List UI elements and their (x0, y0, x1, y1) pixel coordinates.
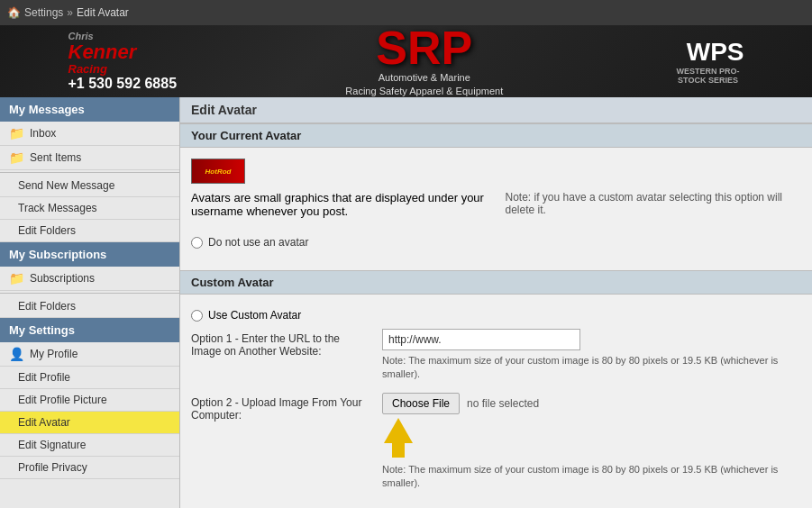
my-profile-label: My Profile (30, 348, 78, 360)
choose-file-button[interactable]: Choose File (382, 393, 460, 414)
custom-avatar-body: Use Custom Avatar Option 1 - Enter the U… (180, 295, 812, 508)
sidebar-item-my-profile[interactable]: 👤 My Profile (0, 342, 179, 367)
sidebar-header-settings: My Settings (0, 318, 179, 342)
content-area: Edit Avatar Your Current Avatar HotRod A… (180, 97, 812, 508)
inbox-icon: 📁 (9, 126, 24, 141)
avatar-desc: Avatars are small graphics that are disp… (191, 191, 488, 218)
banner: Chris Kenner Racing +1 530 592 6885 SRP … (0, 25, 812, 97)
arrow-up-shape (384, 418, 413, 443)
section-current-avatar: Your Current Avatar (180, 123, 812, 148)
sidebar-section-messages: My Messages 📁 Inbox 📁 Sent Items Send Ne… (0, 97, 179, 242)
sidebar-item-edit-avatar[interactable]: Edit Avatar (0, 412, 179, 434)
option1-control: Note: The maximum size of your custom im… (382, 329, 801, 382)
sidebar-header-messages: My Messages (0, 97, 179, 122)
subscriptions-icon: 📁 (9, 271, 24, 286)
kenner-name: Kenner (68, 41, 178, 63)
desc-note-row: Avatars are small graphics that are disp… (191, 191, 801, 218)
wps-sub: WESTERN PRO-STOCK SERIES (671, 67, 744, 85)
sent-label: Sent Items (30, 151, 81, 164)
sidebar-item-edit-profile[interactable]: Edit Profile (0, 367, 179, 389)
avatar-current-block: HotRod Avatars are small graphics that a… (191, 159, 801, 249)
url-input[interactable] (382, 329, 580, 350)
sidebar-header-subscriptions: My Subscriptions (0, 242, 179, 267)
srp-sub-line2: Racing Safety Apparel & Equipment (345, 85, 503, 97)
sidebar-item-edit-folders-messages[interactable]: Edit Folders (0, 220, 179, 242)
wps-logo-text: WPS (671, 38, 744, 67)
sidebar-section-subscriptions: My Subscriptions 📁 Subscriptions Edit Fo… (0, 242, 179, 318)
home-icon[interactable]: 🏠 (7, 6, 21, 19)
current-avatar-body: HotRod Avatars are small graphics that a… (180, 148, 812, 270)
srp-logo-text: SRP (345, 25, 503, 71)
use-custom-label: Use Custom Avatar (208, 309, 301, 322)
option2-note: Note: The maximum size of your custom im… (382, 463, 797, 491)
no-avatar-label: Do not use an avatar (208, 236, 308, 249)
breadcrumb-current: Edit Avatar (77, 6, 129, 19)
sidebar-item-profile-privacy[interactable]: Profile Privacy (0, 457, 179, 479)
sidebar-section-settings: My Settings 👤 My Profile Edit Profile Ed… (0, 318, 179, 479)
content-header: Edit Avatar (180, 97, 812, 123)
avatar-preview-text: HotRod (205, 168, 232, 176)
sidebar: My Messages 📁 Inbox 📁 Sent Items Send Ne… (0, 97, 180, 508)
file-upload-row: Choose File no file selected (382, 393, 801, 414)
sidebar-item-inbox[interactable]: 📁 Inbox (0, 122, 179, 146)
srp-logo-block: SRP Automotive & Marine Racing Safety Ap… (345, 25, 503, 97)
srp-sub-line1: Automotive & Marine (345, 71, 503, 85)
breadcrumb-settings[interactable]: Settings (24, 6, 63, 19)
sidebar-item-send-new[interactable]: Send New Message (0, 175, 179, 197)
section-custom-avatar: Custom Avatar (180, 270, 812, 295)
wps-logo-block: WPS WESTERN PRO-STOCK SERIES (671, 38, 744, 85)
profile-icon: 👤 (9, 347, 24, 361)
breadcrumb: 🏠 Settings » Edit Avatar (7, 6, 129, 19)
option1-row: Option 1 - Enter the URL to the Image on… (191, 329, 801, 382)
subscriptions-label: Subscriptions (30, 272, 95, 285)
avatar-note: Note: if you have a custom avatar select… (506, 191, 802, 218)
sent-icon: 📁 (9, 150, 24, 165)
use-custom-radio[interactable] (191, 310, 203, 322)
sidebar-item-edit-folders-subs[interactable]: Edit Folders (0, 295, 179, 318)
sidebar-item-track[interactable]: Track Messages (0, 197, 179, 220)
no-file-text: no file selected (467, 397, 539, 410)
kenner-racing: Racing (68, 63, 178, 76)
main-layout: My Messages 📁 Inbox 📁 Sent Items Send Ne… (0, 97, 812, 508)
arrow-indicator (382, 418, 415, 459)
use-custom-row: Use Custom Avatar (191, 305, 801, 329)
option2-label: Option 2 - Upload Image From Your Comput… (191, 393, 371, 422)
option1-label: Option 1 - Enter the URL to the Image on… (191, 329, 371, 358)
option2-control: Choose File no file selected Note: The m… (382, 393, 801, 491)
sidebar-item-subscriptions[interactable]: 📁 Subscriptions (0, 267, 179, 291)
avatar-preview: HotRod (191, 159, 245, 184)
kenner-logo: Chris Kenner Racing +1 530 592 6885 (68, 31, 178, 92)
option1-note: Note: The maximum size of your custom im… (382, 354, 797, 382)
kenner-phone: +1 530 592 6885 (68, 76, 178, 92)
top-bar: 🏠 Settings » Edit Avatar (0, 0, 812, 25)
option2-row: Option 2 - Upload Image From Your Comput… (191, 393, 801, 491)
inbox-label: Inbox (30, 127, 56, 140)
sidebar-item-edit-profile-picture[interactable]: Edit Profile Picture (0, 389, 179, 412)
breadcrumb-separator: » (67, 6, 73, 19)
no-avatar-radio[interactable] (191, 237, 203, 249)
arrow-stem (392, 441, 405, 458)
sidebar-item-edit-signature[interactable]: Edit Signature (0, 434, 179, 457)
sidebar-item-sent[interactable]: 📁 Sent Items (0, 146, 179, 170)
no-avatar-radio-row: Do not use an avatar (191, 236, 801, 249)
